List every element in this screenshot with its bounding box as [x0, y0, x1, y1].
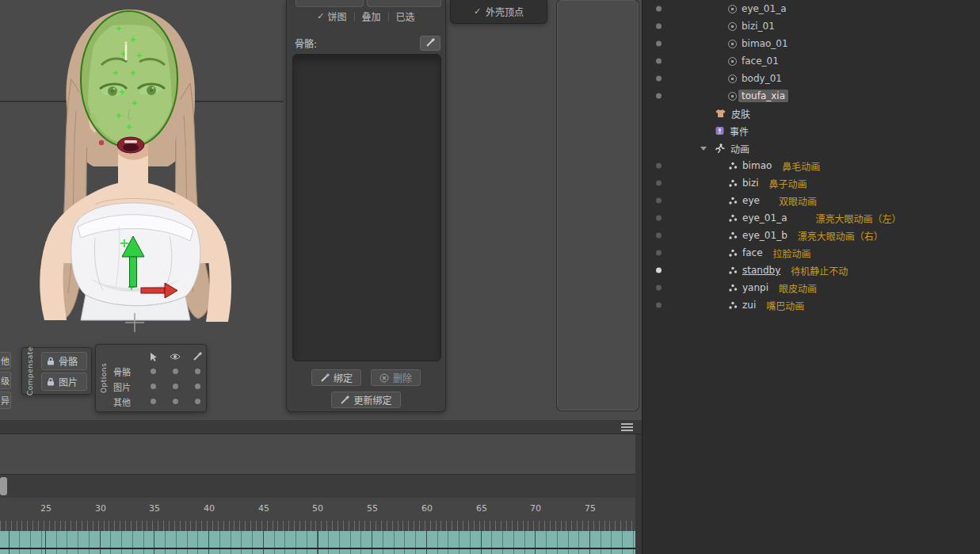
- mesh-vertex-selected[interactable]: [124, 41, 127, 44]
- tree-item-animation[interactable]: eye_01_a 漂亮大眼动画（左）: [643, 209, 980, 227]
- visibility-dot[interactable]: [656, 24, 662, 29]
- update-bind-button[interactable]: 更新绑定: [331, 392, 400, 408]
- bind-button-row: 绑定 删除: [287, 369, 445, 386]
- viewport[interactable]: ✓ 饼图 叠加 已选 骨骼:: [0, 0, 642, 420]
- tree-item-animation[interactable]: eye_01_b 漂亮大眼动画（右）: [643, 227, 980, 244]
- option-toggle-dot[interactable]: [186, 399, 208, 404]
- visibility-dot[interactable]: [656, 216, 662, 221]
- ruler-label: 50: [312, 503, 323, 514]
- visibility-dot[interactable]: [656, 285, 662, 291]
- clipped-button[interactable]: [367, 0, 441, 7]
- timeline-ruler[interactable]: 25 30 35 40 45 50 55 60 65 70 75: [0, 498, 642, 521]
- tree-item-attachment-selected[interactable]: toufa_xia: [643, 87, 980, 105]
- select-column-toggle[interactable]: [142, 352, 164, 361]
- tree-item-attachment[interactable]: bimao_01: [643, 35, 980, 52]
- timeline-right-gutter: [635, 434, 642, 554]
- tree-item-animation[interactable]: face 拉脸动画: [643, 244, 980, 262]
- animation-clip-icon: [728, 178, 738, 188]
- compensate-images-button[interactable]: 图片: [41, 373, 87, 391]
- visibility-dot[interactable]: [656, 6, 662, 12]
- side-list-panel[interactable]: [557, 0, 639, 411]
- timeline-scrollbar[interactable]: [0, 474, 642, 498]
- edge-button-label: 他: [1, 354, 10, 367]
- toggle-overlay[interactable]: 叠加: [362, 10, 381, 23]
- visibility-dot[interactable]: [656, 41, 662, 47]
- animation-name: yanpi: [742, 282, 768, 293]
- tree-item-animation[interactable]: bizi 鼻子动画: [643, 174, 980, 192]
- edge-button[interactable]: 他: [0, 352, 11, 369]
- weight-brush-button[interactable]: [420, 36, 440, 51]
- tree-item-skins[interactable]: 皮肤: [643, 105, 980, 122]
- tree-item-animation-current[interactable]: standby 待机静止不动: [643, 262, 980, 279]
- visibility-dot[interactable]: [656, 59, 662, 64]
- lock-icon: [47, 377, 55, 386]
- options-grid: 骨骼 图片 其他: [113, 349, 208, 409]
- tree-item-events[interactable]: 事件: [643, 122, 980, 139]
- attachment-label: body_01: [742, 73, 782, 84]
- option-toggle-dot[interactable]: [186, 369, 208, 374]
- hull-vertices-label: 外壳顶点: [486, 5, 524, 18]
- tree-item-animation[interactable]: eye 双眼动画: [643, 192, 980, 209]
- tree-item-attachment[interactable]: body_01: [643, 70, 980, 87]
- option-toggle-dot[interactable]: [142, 384, 164, 389]
- visibility-dot[interactable]: [656, 250, 662, 256]
- visibility-dot[interactable]: [656, 76, 662, 82]
- timeline-scroll-handle[interactable]: [0, 477, 7, 495]
- tree-item-attachment[interactable]: bizi_01: [643, 17, 980, 35]
- edge-button[interactable]: 级: [0, 372, 11, 389]
- attachment-icon: [728, 57, 737, 66]
- option-toggle-dot[interactable]: [186, 384, 208, 389]
- visibility-dot[interactable]: [656, 303, 662, 308]
- paint-column-toggle[interactable]: [186, 352, 208, 361]
- attachment-label: bimao_01: [742, 38, 788, 49]
- update-bind-icon: [340, 395, 349, 405]
- dopesheet-row[interactable]: [0, 549, 635, 554]
- tree-item-attachment[interactable]: eye_01_a: [643, 0, 980, 17]
- visibility-dot[interactable]: [656, 198, 662, 204]
- bind-button-label: 绑定: [334, 371, 353, 384]
- bound-bones-list[interactable]: [292, 54, 441, 361]
- edge-button[interactable]: 异: [0, 392, 11, 409]
- timeline-menubar: [0, 420, 642, 434]
- toggle-pie-label: 饼图: [328, 10, 347, 23]
- option-toggle-dot[interactable]: [142, 399, 164, 404]
- events-label: 事件: [730, 124, 749, 138]
- toggle-selected[interactable]: 已选: [396, 10, 415, 23]
- animation-note: 鼻毛动画: [782, 159, 820, 173]
- delete-button[interactable]: 删除: [371, 369, 421, 386]
- tree-item-attachment[interactable]: face_01: [643, 52, 980, 70]
- visibility-column-toggle[interactable]: [164, 353, 186, 361]
- visibility-dot[interactable]: [656, 94, 662, 99]
- bind-button[interactable]: 绑定: [311, 369, 361, 386]
- divider: [388, 12, 389, 21]
- option-toggle-dot[interactable]: [164, 384, 186, 389]
- tree-item-animation[interactable]: yanpi 眼皮动画: [643, 279, 980, 296]
- clipped-button[interactable]: [296, 0, 364, 7]
- tree-item-animation[interactable]: zui 嘴巴动画: [643, 296, 980, 314]
- toggle-pie[interactable]: ✓ 饼图: [317, 10, 346, 23]
- tree-item-animation[interactable]: bimao 鼻毛动画: [643, 157, 980, 174]
- visibility-dot[interactable]: [656, 268, 662, 273]
- menu-icon[interactable]: [621, 423, 633, 431]
- visibility-dot[interactable]: [656, 181, 662, 186]
- option-toggle-dot[interactable]: [164, 399, 186, 404]
- toggle-selected-label: 已选: [396, 10, 415, 23]
- attachment-label: face_01: [742, 55, 779, 67]
- expand-triangle-icon[interactable]: [700, 147, 707, 151]
- visibility-dot[interactable]: [656, 163, 662, 169]
- mesh-overlay[interactable]: [81, 11, 177, 147]
- weights-toggle-row: ✓ 饼图 叠加 已选: [292, 9, 440, 24]
- ruler-label: 70: [530, 503, 541, 514]
- delete-button-label: 删除: [393, 371, 412, 384]
- option-toggle-dot[interactable]: [164, 369, 186, 374]
- animation-clip-icon: [728, 266, 738, 275]
- character-mouth: [117, 137, 144, 153]
- divider: [354, 12, 355, 21]
- compensate-bones-button[interactable]: 骨骼: [41, 352, 87, 370]
- dopesheet-row[interactable]: [0, 531, 635, 548]
- tree-item-animations[interactable]: 动画: [643, 139, 980, 157]
- option-toggle-dot[interactable]: [142, 369, 164, 374]
- compensate-panel-label: Compensate: [25, 350, 36, 392]
- visibility-dot[interactable]: [656, 233, 662, 239]
- hull-vertices-toggle[interactable]: ✓ 外壳顶点: [450, 0, 547, 24]
